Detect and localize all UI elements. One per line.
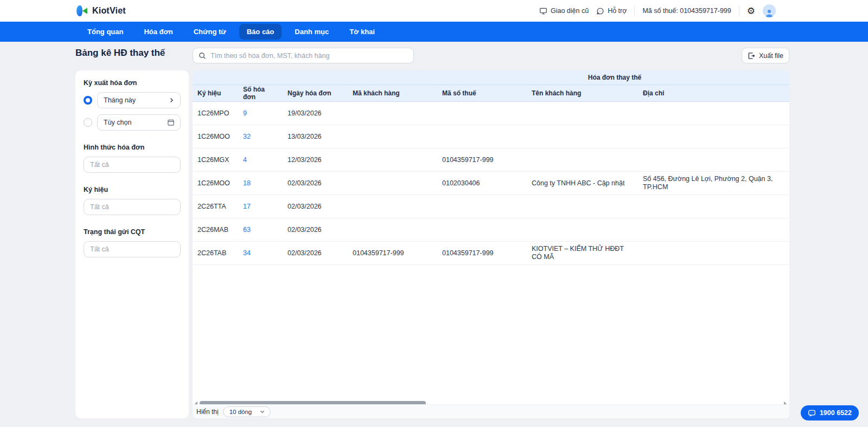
kiotviet-logo[interactable]: KiotViet <box>75 4 126 17</box>
table-row[interactable]: 2C26TAB 34 02/03/2026 0104359717-999 010… <box>193 242 789 265</box>
table-footer: Hiển thị 10 dòng <box>193 404 789 418</box>
period-custom-selector[interactable]: Tùy chọn <box>97 114 181 131</box>
cell-ten-khach-hang: Công ty TNHH ABC - Cập nhật <box>527 179 638 187</box>
search-input[interactable] <box>210 52 408 60</box>
cell-so-hoa-don-link[interactable]: 32 <box>238 133 283 141</box>
cell-ma-so-thue: 0104359717-999 <box>437 156 527 164</box>
old-ui-label: Giao diện cũ <box>551 7 589 15</box>
cell-so-hoa-don-link[interactable]: 18 <box>238 179 283 187</box>
cell-so-hoa-don-link[interactable]: 34 <box>238 249 283 257</box>
invoice-table: Hóa đơn thay thế Ký hiệu Số hóa đơn Ngày… <box>193 70 789 418</box>
divider <box>634 6 635 16</box>
column-header-so-hoa-don: Số hóa đơn <box>238 86 283 101</box>
cell-ma-khach-hang: 0104359717-999 <box>348 249 437 257</box>
cqt-status-input[interactable] <box>84 241 181 257</box>
support-label: Hỗ trợ <box>608 7 627 15</box>
tax-code: Mã số thuế: 0104359717-999 <box>642 7 731 15</box>
page-title: Bảng kê HĐ thay thế <box>75 48 165 59</box>
nav-item-chung-tu[interactable]: Chứng từ <box>186 24 234 40</box>
nav-item-to-khai[interactable]: Tờ khai <box>342 24 382 40</box>
export-label: Xuất file <box>759 52 783 60</box>
app-root: KiotViet Giao diện cũ <box>0 0 868 427</box>
old-ui-link[interactable]: Giao diện cũ <box>539 7 589 15</box>
page-size-select[interactable]: 10 dòng <box>223 406 271 417</box>
nav-item-danh-muc[interactable]: Danh mục <box>287 24 336 40</box>
main-nav: Tổng quan Hóa đơn Chứng từ Báo cáo Danh … <box>0 22 868 42</box>
period-this-month-selector[interactable]: Tháng này <box>97 92 181 108</box>
cell-ngay-hoa-don: 02/03/2026 <box>283 203 348 211</box>
column-header-ma-khach-hang: Mã khách hàng <box>348 89 437 97</box>
page-size-value: 10 dòng <box>229 409 252 415</box>
cell-ten-khach-hang: KIOTVIET – KIỂM THỬ HĐĐT CÓ MÃ <box>527 245 638 261</box>
kiotviet-logo-icon <box>75 4 88 17</box>
cell-ky-hieu: 2C26TAB <box>193 249 238 257</box>
cell-ky-hieu: 1C26MPO <box>193 109 238 118</box>
cell-so-hoa-don-link[interactable]: 63 <box>238 226 283 234</box>
radio-this-month[interactable] <box>84 96 92 105</box>
cell-ky-hieu: 1C26MOO <box>193 133 238 141</box>
support-chat-icon <box>596 7 604 15</box>
cell-so-hoa-don-link[interactable]: 17 <box>238 203 283 211</box>
table-body: 1C26MPO 9 19/03/2026 1C26MOO 32 13/03/20… <box>193 102 789 265</box>
search-box <box>193 48 414 63</box>
cell-ngay-hoa-don: 02/03/2026 <box>283 226 348 234</box>
symbol-filter-label: Ký hiệu <box>84 186 181 193</box>
invoice-form-input[interactable] <box>84 157 181 173</box>
settings-gear-icon[interactable]: ⚙ <box>747 7 755 16</box>
period-custom-value: Tùy chọn <box>104 119 131 126</box>
table-row[interactable]: 1C26MOO 18 02/03/2026 0102030406 Công ty… <box>193 172 789 195</box>
cell-ky-hieu: 1C26MOO <box>193 179 238 187</box>
cell-ngay-hoa-don: 02/03/2026 <box>283 249 348 257</box>
hotline-chat-button[interactable]: 1900 6522 <box>801 405 859 420</box>
top-header: KiotViet Giao diện cũ <box>0 0 868 22</box>
table-row[interactable]: 1C26MOO 32 13/03/2026 <box>193 125 789 148</box>
export-icon <box>748 52 755 60</box>
cell-ky-hieu: 2C26MAB <box>193 226 238 234</box>
brand-name: KiotViet <box>92 6 126 16</box>
cell-so-hoa-don-link[interactable]: 4 <box>238 156 283 164</box>
cell-ma-so-thue: 0104359717-999 <box>437 249 527 257</box>
table-row[interactable]: 2C26TTA 17 02/03/2026 <box>193 195 789 218</box>
table-row[interactable]: 1C26MPO 9 19/03/2026 <box>193 102 789 125</box>
chevron-right-icon <box>168 97 175 103</box>
symbol-input[interactable] <box>84 199 181 215</box>
divider <box>739 6 739 16</box>
column-header-ma-so-thue: Mã số thuế <box>437 89 527 97</box>
display-label: Hiển thị <box>196 408 219 416</box>
nav-item-bao-cao[interactable]: Báo cáo <box>239 24 282 40</box>
nav-item-hoa-don[interactable]: Hóa đơn <box>136 24 180 40</box>
cell-ky-hieu: 2C26TTA <box>193 203 238 211</box>
user-avatar[interactable] <box>763 4 776 17</box>
cell-ngay-hoa-don: 02/03/2026 <box>283 179 348 187</box>
column-header-dia-chi: Địa chỉ <box>638 89 789 97</box>
filter-sidebar: Kỳ xuất hóa đơn Tháng này Tùy chọn <box>75 70 189 418</box>
invoice-form-filter-label: Hình thức hóa đơn <box>84 144 181 151</box>
period-this-month-value: Tháng này <box>104 96 136 104</box>
column-header-ten-khach-hang: Tên khách hàng <box>527 89 638 97</box>
hotline-number: 1900 6522 <box>820 409 852 417</box>
chevron-down-icon <box>259 409 265 415</box>
group-header-label: Hóa đơn thay thế <box>588 74 642 81</box>
column-header-ngay-hoa-don: Ngày hóa đơn <box>283 89 348 97</box>
table-row[interactable]: 1C26MGX 4 12/03/2026 0104359717-999 <box>193 148 789 172</box>
cell-ngay-hoa-don: 12/03/2026 <box>283 156 348 164</box>
cell-so-hoa-don-link[interactable]: 9 <box>238 109 283 118</box>
cell-ngay-hoa-don: 13/03/2026 <box>283 133 348 141</box>
period-filter-label: Kỳ xuất hóa đơn <box>84 79 181 87</box>
calendar-icon <box>167 119 175 126</box>
table-group-header: Hóa đơn thay thế <box>193 70 789 85</box>
cell-ngay-hoa-don: 19/03/2026 <box>283 109 348 118</box>
support-link[interactable]: Hỗ trợ <box>596 7 627 15</box>
monitor-icon <box>539 7 547 15</box>
cqt-status-filter-label: Trạng thái gửi CQT <box>84 228 181 236</box>
export-file-button[interactable]: Xuất file <box>742 48 789 63</box>
radio-custom-period[interactable] <box>84 118 92 127</box>
chat-bubble-icon <box>808 409 816 417</box>
nav-item-tong-quan[interactable]: Tổng quan <box>80 24 131 40</box>
cell-ma-so-thue: 0102030406 <box>437 179 527 187</box>
cell-dia-chi: Số 456, Đường Lê Lợi, Phường 2, Quận 3, … <box>638 175 789 191</box>
table-row[interactable]: 2C26MAB 63 02/03/2026 <box>193 218 789 242</box>
table-column-headers: Ký hiệu Số hóa đơn Ngày hóa đơn Mã khách… <box>193 85 789 102</box>
search-icon <box>199 52 206 60</box>
cell-ky-hieu: 1C26MGX <box>193 156 238 164</box>
